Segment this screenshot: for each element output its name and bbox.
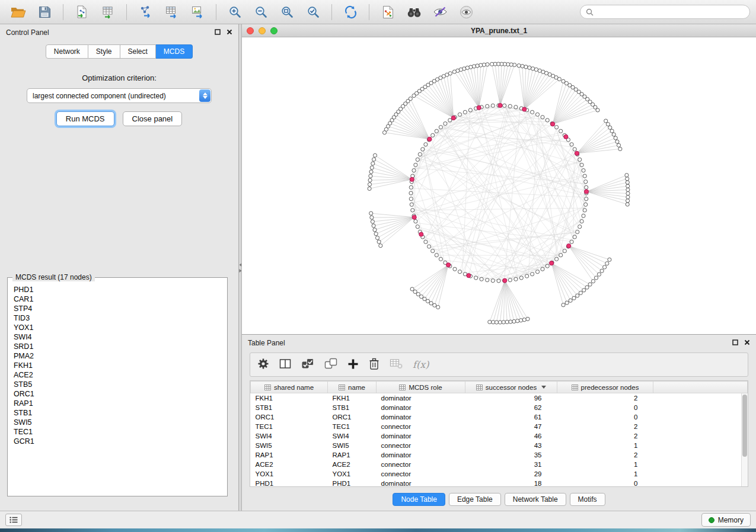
tab-network-table[interactable]: Network Table xyxy=(505,493,566,506)
mcds-result-item[interactable]: GCR1 xyxy=(14,437,221,446)
table-scrollbar[interactable] xyxy=(741,393,748,486)
mcds-result-item[interactable]: ORC1 xyxy=(14,389,221,399)
select-all-columns-button[interactable] xyxy=(301,358,314,371)
table-cell[interactable]: 0 xyxy=(557,403,653,412)
memory-button[interactable]: Memory xyxy=(701,513,751,527)
tab-edge-table[interactable]: Edge Table xyxy=(449,493,501,506)
table-cell[interactable]: 1 xyxy=(557,460,653,469)
table-cell[interactable]: 18 xyxy=(465,479,557,487)
function-builder-button[interactable]: f(x) xyxy=(413,359,429,370)
float-table-panel-button[interactable] xyxy=(732,339,738,347)
table-cell[interactable]: 35 xyxy=(465,450,557,460)
table-cell[interactable]: 2 xyxy=(557,450,653,460)
open-session-button[interactable] xyxy=(6,2,31,22)
table-row[interactable]: ORC1ORC1dominator610 xyxy=(251,412,748,422)
table-cell[interactable]: connector xyxy=(377,460,465,469)
mcds-result-item[interactable]: STB1 xyxy=(14,408,221,418)
tab-network[interactable]: Network xyxy=(46,44,88,59)
tab-mcds[interactable]: MCDS xyxy=(156,44,193,59)
table-cell[interactable]: 1 xyxy=(557,469,653,479)
table-cell[interactable]: TEC1 xyxy=(328,422,377,431)
status-menu-button[interactable] xyxy=(5,514,22,526)
table-cell[interactable]: ORC1 xyxy=(251,412,328,422)
export-network-button[interactable] xyxy=(133,2,158,22)
table-cell[interactable]: 1 xyxy=(557,441,653,450)
table-cell[interactable]: dominator xyxy=(377,393,465,403)
window-close-button[interactable] xyxy=(247,27,254,34)
table-cell[interactable]: 0 xyxy=(557,479,653,487)
mcds-result-item[interactable]: PHD1 xyxy=(14,285,221,294)
window-minimize-button[interactable] xyxy=(259,27,266,34)
table-cell[interactable]: 2 xyxy=(557,422,653,431)
close-panel-button[interactable] xyxy=(227,28,232,37)
table-cell[interactable]: 47 xyxy=(465,422,557,431)
mcds-result-item[interactable]: RAP1 xyxy=(14,399,221,408)
table-row[interactable]: RAP1RAP1dominator352 xyxy=(251,450,748,460)
mcds-result-item[interactable]: PMA2 xyxy=(14,351,221,361)
float-panel-button[interactable] xyxy=(215,28,221,37)
run-mcds-button[interactable]: Run MCDS xyxy=(56,111,114,126)
table-cell[interactable]: ACE2 xyxy=(328,460,377,469)
mcds-result-item[interactable]: CAR1 xyxy=(14,294,221,304)
table-cell[interactable]: connector xyxy=(377,422,465,431)
table-cell[interactable]: 43 xyxy=(465,441,557,450)
mcds-result-item[interactable]: STB5 xyxy=(14,380,221,389)
network-canvas[interactable] xyxy=(243,37,755,334)
table-cell[interactable]: 46 xyxy=(465,431,557,441)
table-cell[interactable]: RAP1 xyxy=(251,450,328,460)
table-cell[interactable]: dominator xyxy=(377,403,465,412)
mcds-result-item[interactable]: STP4 xyxy=(14,304,221,313)
close-panel-button-mcds[interactable]: Close panel xyxy=(123,111,183,126)
table-cell[interactable]: FKH1 xyxy=(251,393,328,403)
table-cell[interactable]: 62 xyxy=(465,403,557,412)
table-row[interactable]: SWI5SWI5connector431 xyxy=(251,441,748,450)
refresh-view-button[interactable] xyxy=(338,2,363,22)
table-cell[interactable]: dominator xyxy=(377,412,465,422)
mcds-result-item[interactable]: SWI4 xyxy=(14,332,221,342)
column-header-successor-nodes[interactable]: successor nodes xyxy=(465,382,557,393)
window-maximize-button[interactable] xyxy=(270,27,277,34)
table-cell[interactable]: dominator xyxy=(377,450,465,460)
table-row[interactable]: PHD1PHD1dominator180 xyxy=(251,479,748,487)
export-image-button[interactable] xyxy=(185,2,210,22)
table-cell[interactable]: FKH1 xyxy=(328,393,377,403)
criterion-dropdown[interactable]: largest connected component (undirected) xyxy=(27,88,212,103)
table-scrollbar-thumb[interactable] xyxy=(742,395,747,457)
tab-style[interactable]: Style xyxy=(88,44,120,59)
zoom-selected-button[interactable] xyxy=(301,2,326,22)
table-cell[interactable]: STB1 xyxy=(251,403,328,412)
table-cell[interactable]: 31 xyxy=(465,460,557,469)
close-table-panel-button[interactable] xyxy=(744,339,750,347)
table-row[interactable]: YOX1YOX1connector291 xyxy=(251,469,748,479)
table-cell[interactable]: dominator xyxy=(377,431,465,441)
document-share-button[interactable] xyxy=(375,2,400,22)
mcds-result-item[interactable]: YOX1 xyxy=(14,323,221,332)
table-cell[interactable]: SWI5 xyxy=(328,441,377,450)
table-cell[interactable]: SWI5 xyxy=(251,441,328,450)
table-cell[interactable]: ACE2 xyxy=(251,460,328,469)
column-header-shared-name[interactable]: shared name xyxy=(251,382,328,393)
table-cell[interactable]: dominator xyxy=(377,479,465,487)
mcds-result-item[interactable]: SWI5 xyxy=(14,418,221,427)
table-cell[interactable]: connector xyxy=(377,469,465,479)
table-cell[interactable]: STB1 xyxy=(328,403,377,412)
table-settings-button[interactable] xyxy=(257,358,269,371)
table-cell[interactable]: connector xyxy=(377,441,465,450)
table-cell[interactable]: YOX1 xyxy=(251,469,328,479)
mcds-result-item[interactable]: TEC1 xyxy=(14,427,221,437)
show-all-button[interactable] xyxy=(454,2,479,22)
column-header-predecessor-nodes[interactable]: predecessor nodes xyxy=(557,382,653,393)
splitter-collapse-icon[interactable] xyxy=(239,262,241,273)
table-cell[interactable]: SWI4 xyxy=(328,431,377,441)
save-session-button[interactable] xyxy=(32,2,57,22)
hide-selected-button[interactable] xyxy=(428,2,452,22)
table-cell[interactable]: PHD1 xyxy=(328,479,377,487)
table-row[interactable]: SWI4SWI4dominator462 xyxy=(251,431,748,441)
find-button[interactable] xyxy=(401,2,426,22)
mcds-result-item[interactable]: SRD1 xyxy=(14,342,221,351)
mcds-result-item[interactable]: TID3 xyxy=(14,313,221,323)
delete-table-button[interactable] xyxy=(390,358,403,371)
zoom-out-button[interactable] xyxy=(248,2,273,22)
table-row[interactable]: ACE2ACE2connector311 xyxy=(251,460,748,469)
table-cell[interactable]: YOX1 xyxy=(328,469,377,479)
